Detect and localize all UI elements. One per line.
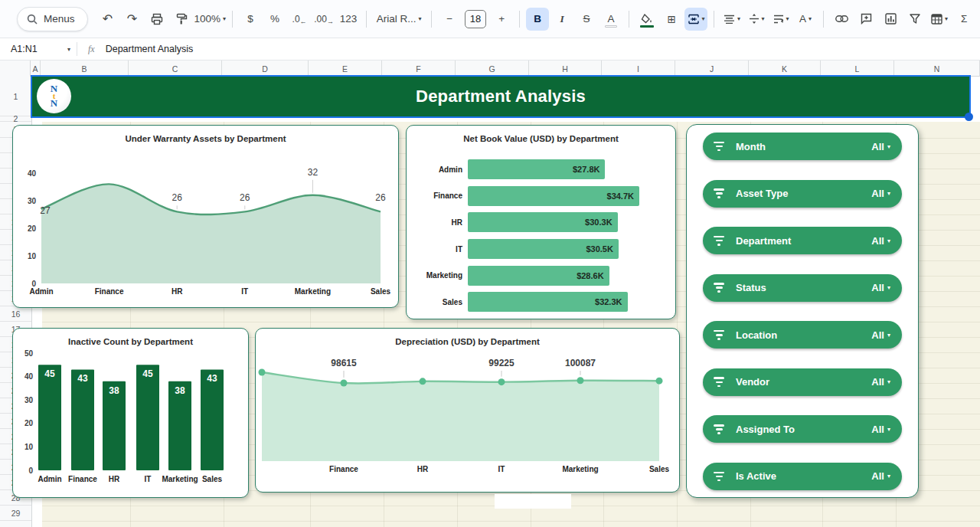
filter-funnel-icon bbox=[714, 472, 724, 482]
svg-text:0: 0 bbox=[28, 466, 33, 475]
decrease-decimal-button[interactable]: .0← bbox=[288, 8, 311, 31]
print-button[interactable] bbox=[145, 8, 168, 31]
selection-fill-handle[interactable] bbox=[965, 113, 973, 121]
chart-title: Under Warranty Assets by Department bbox=[13, 134, 398, 143]
column-header-L[interactable]: L bbox=[821, 61, 894, 77]
svg-text:IT: IT bbox=[498, 465, 505, 473]
slicer-location[interactable]: LocationAll▾ bbox=[703, 321, 902, 349]
insert-table-button[interactable]: ▾ bbox=[928, 8, 951, 31]
increase-font-size-button[interactable]: + bbox=[490, 8, 513, 31]
svg-text:Admin: Admin bbox=[29, 287, 53, 296]
bold-button[interactable]: B bbox=[526, 8, 549, 31]
column-header-I[interactable]: I bbox=[602, 61, 675, 77]
column-header-G[interactable]: G bbox=[456, 61, 529, 77]
chart-net-book-value[interactable]: Net Book Value (USD) by Department Admin… bbox=[406, 125, 676, 319]
fill-color-button[interactable] bbox=[635, 8, 658, 31]
text-wrap-button[interactable]: ▾ bbox=[769, 8, 792, 31]
row-header-1[interactable]: 1 bbox=[0, 77, 31, 116]
row-header-29[interactable]: 29 bbox=[0, 506, 31, 521]
horizontal-align-button[interactable]: ▾ bbox=[720, 8, 743, 31]
filter-funnel-icon bbox=[910, 14, 920, 24]
column-header-F[interactable]: F bbox=[382, 61, 456, 77]
slicer-month[interactable]: MonthAll▾ bbox=[703, 133, 902, 160]
filter-funnel-icon bbox=[714, 283, 724, 293]
column-header-D[interactable]: D bbox=[222, 61, 309, 77]
print-icon bbox=[151, 13, 163, 25]
row-header-2[interactable]: 2 bbox=[0, 116, 31, 122]
functions-button[interactable]: Σ bbox=[952, 8, 975, 31]
insert-chart-button[interactable] bbox=[879, 8, 902, 31]
svg-text:45: 45 bbox=[44, 368, 55, 379]
slicer-assigned-to[interactable]: Assigned ToAll▾ bbox=[703, 415, 902, 443]
format-currency-button[interactable]: $ bbox=[239, 8, 262, 31]
svg-text:Finance: Finance bbox=[329, 465, 358, 473]
svg-text:Marketing: Marketing bbox=[162, 475, 198, 483]
increase-decimal-button[interactable]: .00→ bbox=[312, 8, 335, 31]
slicer-vendor[interactable]: VendorAll▾ bbox=[703, 368, 902, 396]
vertical-align-icon bbox=[749, 14, 760, 24]
column-headers: ABCDEFGHIJKLN bbox=[0, 61, 980, 77]
column-header-C[interactable]: C bbox=[129, 61, 222, 77]
format-percent-button[interactable]: % bbox=[263, 8, 286, 31]
formula-bar: A1:N1 ▾ fx Department Analysis bbox=[0, 38, 980, 61]
chevron-down-icon: ▾ bbox=[223, 15, 226, 22]
column-header-J[interactable]: J bbox=[675, 61, 749, 77]
text-rotation-label: A bbox=[799, 13, 806, 25]
column-header-H[interactable]: H bbox=[529, 61, 602, 77]
column-header-A[interactable]: A bbox=[31, 61, 41, 77]
slicer-value: All bbox=[871, 424, 884, 435]
undo-icon: ↶ bbox=[103, 13, 113, 25]
italic-button[interactable]: I bbox=[550, 8, 573, 31]
font-size-input[interactable]: 18 bbox=[465, 10, 486, 28]
number-format-button[interactable]: 123 bbox=[337, 8, 360, 31]
slicer-department[interactable]: DepartmentAll▾ bbox=[703, 227, 902, 254]
filter-funnel-icon bbox=[714, 330, 724, 340]
column-header-K[interactable]: K bbox=[749, 61, 821, 77]
slicer-is-active[interactable]: Is ActiveAll▾ bbox=[703, 463, 902, 490]
decrease-font-size-button[interactable]: − bbox=[438, 8, 461, 31]
slicer-label: Department bbox=[736, 235, 871, 247]
row-header-16[interactable]: 16 bbox=[0, 306, 31, 322]
merge-cells-button[interactable]: ▾ bbox=[684, 8, 707, 31]
zoom-select[interactable]: 100% ▾ bbox=[194, 8, 227, 31]
chevron-down-icon: ▾ bbox=[887, 284, 890, 291]
insert-comment-button[interactable] bbox=[854, 8, 877, 31]
create-filter-button[interactable] bbox=[903, 8, 926, 31]
paint-format-button[interactable] bbox=[170, 8, 193, 31]
chart-title: Inactive Count by Department bbox=[13, 337, 248, 346]
data-label: $30.5K bbox=[586, 244, 618, 254]
column-header-E[interactable]: E bbox=[309, 61, 382, 77]
slicer-label: Is Active bbox=[736, 470, 871, 482]
vertical-align-button[interactable]: ▾ bbox=[745, 8, 768, 31]
svg-text:HR: HR bbox=[172, 287, 183, 296]
text-color-button[interactable]: A bbox=[599, 8, 622, 31]
chart-inactive-count[interactable]: Inactive Count by Department 01020304050… bbox=[12, 328, 249, 498]
slicer-asset-type[interactable]: Asset TypeAll▾ bbox=[703, 180, 902, 208]
select-all-corner[interactable] bbox=[0, 61, 31, 77]
category-label: Finance bbox=[407, 191, 468, 200]
formula-input[interactable]: Department Analysis bbox=[106, 44, 194, 54]
menus-search[interactable]: Menus bbox=[17, 7, 88, 31]
borders-button[interactable]: ⊞ bbox=[660, 8, 683, 31]
hbar-row: Sales$32.3K bbox=[407, 292, 677, 312]
banner-cell[interactable]: N t N Department Analysis bbox=[32, 77, 969, 116]
strikethrough-button[interactable]: S bbox=[575, 8, 598, 31]
white-cell[interactable] bbox=[495, 494, 571, 509]
slicer-status[interactable]: StatusAll▾ bbox=[703, 274, 902, 302]
text-rotation-button[interactable]: A ▾ bbox=[794, 8, 817, 31]
font-select[interactable]: Arial R... ▾ bbox=[373, 8, 425, 31]
bar: $30.3K bbox=[468, 212, 618, 232]
chart-under-warranty[interactable]: Under Warranty Assets by Department 0102… bbox=[12, 125, 399, 308]
chart-icon bbox=[885, 13, 897, 25]
column-header-B[interactable]: B bbox=[41, 61, 129, 77]
chart-title: Net Book Value (USD) by Department bbox=[407, 134, 675, 143]
chevron-down-icon: ▾ bbox=[737, 15, 740, 22]
divider bbox=[519, 11, 520, 28]
column-header-N[interactable]: N bbox=[894, 61, 980, 77]
redo-button[interactable]: ↷ bbox=[121, 8, 144, 31]
undo-button[interactable]: ↶ bbox=[96, 8, 119, 31]
sheet-grid[interactable]: 1235678910111213141516171819202122232425… bbox=[0, 77, 980, 527]
insert-link-button[interactable] bbox=[830, 8, 853, 31]
name-box[interactable]: A1:N1 ▾ bbox=[0, 44, 70, 54]
chart-depreciation[interactable]: Depreciation (USD) by Department 98615Fi… bbox=[255, 328, 680, 493]
